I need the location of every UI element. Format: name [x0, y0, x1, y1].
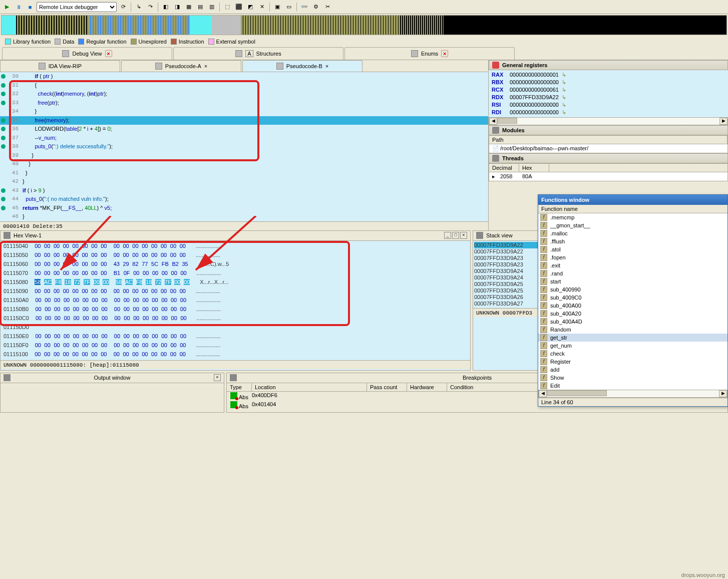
function-item[interactable]: f.atol: [538, 245, 727, 253]
bp-header[interactable]: Pass count: [367, 383, 407, 391]
code-line[interactable]: 36 LODWORD(table[2 * i + 4]) = 0;: [0, 125, 488, 134]
function-item[interactable]: f.fopen: [538, 253, 727, 261]
hex-line[interactable]: 01115100 00 00 00 00 00 00 00 00 00 00 0…: [4, 350, 467, 359]
overview-bar[interactable]: [1, 15, 727, 35]
code-line[interactable]: 35 free(memory);: [0, 116, 488, 125]
code-line[interactable]: 33 free(ptr);: [0, 99, 488, 108]
function-item[interactable]: fget_str: [538, 334, 727, 342]
tb-icon-13[interactable]: ⚙: [311, 2, 321, 12]
hex-line[interactable]: 01115080 58 AC F8 18 72 7F 00 00 58 AC F…: [4, 278, 467, 287]
bp-header[interactable]: Type: [227, 383, 252, 391]
hex-max-button[interactable]: □: [452, 232, 459, 239]
tb-icon-10[interactable]: ▣: [272, 2, 282, 12]
code-line[interactable]: 46}: [0, 212, 488, 221]
code-line[interactable]: 45return *MK_FP(__FS__, 40LL) ^ v5;: [0, 204, 488, 213]
threads-header[interactable]: Decimal: [489, 164, 519, 172]
function-item[interactable]: f__gmon_start__: [538, 221, 727, 229]
function-item[interactable]: fsub_400A00: [538, 302, 727, 310]
tb-icon-14[interactable]: ✂: [322, 2, 332, 12]
hex-line[interactable]: 011150E0 00 00 00 00 00 00 00 00 00 00 0…: [4, 332, 467, 341]
hex-line[interactable]: 011150C0 00 00 00 00 00 00 00 00 00 00 0…: [4, 314, 467, 323]
code-line[interactable]: 37 --v_num;: [0, 134, 488, 143]
pseudocode-view[interactable]: 30 if ( ptr )31 {32 check((int)memory, (…: [0, 72, 488, 221]
step-into-button[interactable]: ↳: [134, 2, 144, 12]
tb-icon-6[interactable]: ⬚: [222, 2, 232, 12]
tb-icon-3[interactable]: ▦: [184, 2, 194, 12]
output-close-button[interactable]: ×: [214, 374, 221, 381]
tb-icon-12[interactable]: 👓: [299, 2, 309, 12]
function-item[interactable]: fShow: [538, 374, 727, 382]
hex-line[interactable]: 011150F0 00 00 00 00 00 00 00 00 00 00 0…: [4, 341, 467, 350]
debugger-select[interactable]: Remote Linux debugger: [37, 2, 117, 12]
hex-line[interactable]: 011150D0: [4, 323, 467, 332]
sub-tab[interactable]: IDA View-RIP: [0, 60, 120, 72]
stop-button[interactable]: ■: [25, 2, 35, 12]
modules-header-path[interactable]: Path: [489, 136, 727, 144]
code-line[interactable]: 30 if ( ptr ): [0, 72, 488, 81]
code-line[interactable]: 44 puts_0(":( no matched vuln info.");: [0, 195, 488, 204]
function-item[interactable]: f.memcmp: [538, 213, 727, 221]
functions-scroll[interactable]: ◀▶: [538, 390, 727, 398]
tb-icon-2[interactable]: ◨: [172, 2, 182, 12]
register-row[interactable]: RBX0000000000000000↳: [490, 79, 727, 86]
hex-line[interactable]: 011150A0 00 00 00 00 00 00 00 00 00 00 0…: [4, 296, 467, 305]
code-line[interactable]: 42}: [0, 177, 488, 186]
register-row[interactable]: RCX0000000000000061↳: [490, 86, 727, 94]
code-line[interactable]: 38 puts_0(":) delete successfully.");: [0, 142, 488, 151]
functions-window[interactable]: Functions window Function name f.memcmpf…: [538, 194, 728, 407]
output-window[interactable]: Output window ×: [0, 373, 224, 413]
sub-tab[interactable]: Pseudocode-A×: [121, 60, 241, 72]
main-tab[interactable]: Debug View×: [2, 47, 172, 60]
close-icon[interactable]: ×: [105, 50, 112, 57]
function-item[interactable]: f.exit: [538, 261, 727, 269]
main-tab[interactable]: Enums×: [344, 47, 515, 60]
hex-line[interactable]: 01115060 00 00 00 00 00 00 00 00 43 29 8…: [4, 260, 467, 269]
module-row[interactable]: 📄/root/Desktop/baimao---pwn-master/: [489, 144, 727, 153]
hex-line[interactable]: 01115090 00 00 00 00 00 00 00 00 00 00 0…: [4, 287, 467, 296]
function-item[interactable]: f.malloc: [538, 229, 727, 237]
function-item[interactable]: fsub_400990: [538, 285, 727, 294]
bp-header[interactable]: Location: [252, 383, 367, 391]
tb-icon-5[interactable]: ▥: [207, 2, 217, 12]
function-item[interactable]: fcheck: [538, 350, 727, 358]
tb-icon-7[interactable]: ⬛: [234, 2, 244, 12]
hex-line[interactable]: 011150B0 00 00 00 00 00 00 00 00 00 00 0…: [4, 305, 467, 314]
close-icon[interactable]: ×: [204, 63, 207, 69]
tb-icon-4[interactable]: ▤: [195, 2, 205, 12]
close-icon[interactable]: ×: [325, 63, 328, 69]
functions-header[interactable]: Function name: [538, 205, 727, 213]
thread-row[interactable]: ▸205880A: [489, 172, 727, 181]
pause-button[interactable]: ⏸: [14, 2, 24, 12]
register-row[interactable]: RSI0000000000000000↳: [490, 101, 727, 109]
code-line[interactable]: 34 }: [0, 107, 488, 116]
function-item[interactable]: fEdit: [538, 382, 727, 390]
functions-title-bar[interactable]: Functions window: [538, 195, 727, 205]
function-item[interactable]: fRandom: [538, 326, 727, 334]
register-row[interactable]: RDI0000000000000000↳: [490, 109, 727, 116]
hex-line[interactable]: 01115070 00 00 00 00 00 00 00 00 B1 0F 0…: [4, 269, 467, 278]
register-row[interactable]: RAX0000000000000001↳: [490, 71, 727, 79]
hex-close-button[interactable]: ×: [460, 232, 467, 239]
code-line[interactable]: 43if ( i > 9 ): [0, 186, 488, 195]
refresh-button[interactable]: ⟳: [118, 2, 128, 12]
function-item[interactable]: f.rand: [538, 269, 727, 277]
hex-line[interactable]: 01115050 00 00 00 00 00 00 00 00 00 00 0…: [4, 251, 467, 260]
modules-panel[interactable]: Path 📄/root/Desktop/baimao---pwn-master/: [489, 135, 728, 153]
hex-line[interactable]: 01115040 00 00 00 00 00 00 00 00 00 00 0…: [4, 242, 467, 251]
tb-icon-11[interactable]: ▭: [284, 2, 294, 12]
main-tab[interactable]: AStructures: [173, 47, 343, 60]
function-item[interactable]: fget_num: [538, 342, 727, 350]
close-icon[interactable]: ×: [441, 50, 448, 57]
sub-tab[interactable]: Pseudocode-B×: [242, 60, 362, 72]
hex-view[interactable]: Hex View-1 _ □ × 01115040 00 00 00 00 00…: [0, 230, 471, 371]
function-item[interactable]: fadd: [538, 366, 727, 374]
code-line[interactable]: 40 }: [0, 160, 488, 169]
function-item[interactable]: fsub_400A20: [538, 310, 727, 318]
function-item[interactable]: fsub_4009C0: [538, 294, 727, 302]
register-row[interactable]: RDX00007FFD33D9A22↳: [490, 94, 727, 101]
code-line[interactable]: 31 {: [0, 81, 488, 90]
registers-scroll[interactable]: ◀▶: [489, 117, 728, 125]
code-line[interactable]: 32 check((int)memory, (int)ptr);: [0, 90, 488, 99]
code-line[interactable]: 39 }: [0, 151, 488, 160]
threads-panel[interactable]: DecimalHex ▸205880A: [489, 163, 728, 181]
